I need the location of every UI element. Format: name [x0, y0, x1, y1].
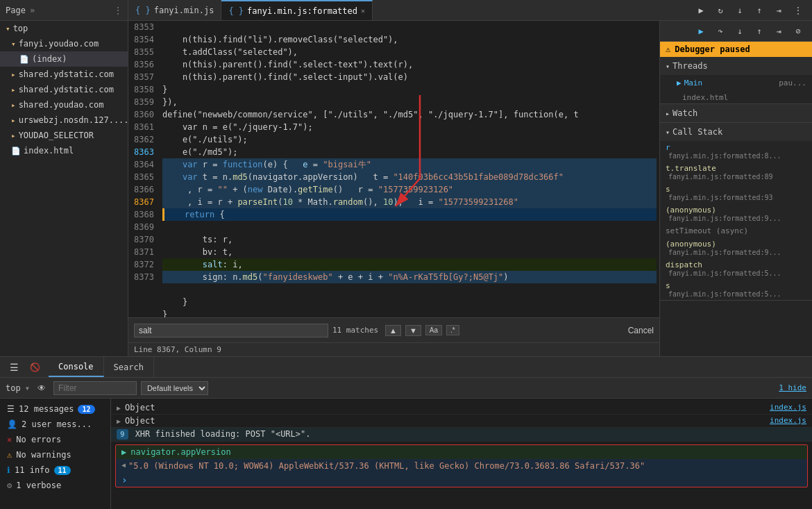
- tree-label-shared1: shared.ydstatic.com: [19, 69, 114, 79]
- menu-icon[interactable]: ⋮: [790, 2, 806, 19]
- resume-button[interactable]: ▶: [693, 23, 709, 40]
- callstack-name-anon1: (anonymous): [666, 206, 716, 215]
- cursor-prompt[interactable]: ›: [116, 473, 807, 487]
- tree-item-shared3[interactable]: ▸ shared.youdao.com: [0, 97, 128, 112]
- search-count: 11 matches: [332, 326, 381, 335]
- forward-icon[interactable]: ⇥: [770, 2, 787, 19]
- tree-item-shared2[interactable]: ▸ shared.ydstatic.com: [0, 82, 128, 97]
- tree-item-shared1[interactable]: ▸ shared.ydstatic.com: [0, 67, 128, 82]
- log-text-xhr: XHR finished loading: POST "<URL>".: [135, 429, 311, 439]
- threads-header[interactable]: ▾ Threads: [660, 57, 812, 75]
- tree-label-shared3: shared.youdao.com: [19, 100, 104, 110]
- log-link-object1[interactable]: index.js: [770, 403, 806, 412]
- play-icon[interactable]: ▶: [693, 2, 709, 19]
- refresh-icon[interactable]: ↻: [712, 2, 729, 19]
- callstack-header[interactable]: ▾ Call Stack: [660, 123, 812, 141]
- filter-errors[interactable]: ✕ No errors: [0, 432, 110, 447]
- log-row-object2[interactable]: ▶ Object index.js: [111, 415, 812, 428]
- step-over-button[interactable]: ↷: [712, 23, 729, 40]
- top-bar: Page » ⋮ { } fanyi.min.js { } fanyi.min.…: [0, 0, 812, 21]
- callstack-name-dispatch: dispatch: [666, 260, 702, 269]
- filter-user-messages[interactable]: 👤 2 user mess...: [0, 417, 110, 432]
- cancel-search-button[interactable]: Cancel: [628, 326, 654, 335]
- more-icon[interactable]: ⋮: [114, 6, 122, 15]
- search-next-button[interactable]: ▼: [405, 325, 421, 336]
- callstack-item-dispatch[interactable]: dispatch fanyi.min.js:formatted:5...: [660, 258, 812, 279]
- context-dropdown-icon[interactable]: ▾: [25, 383, 30, 393]
- callstack-name-r: r: [666, 143, 670, 152]
- bottom-block-icon[interactable]: 🚫: [26, 359, 43, 376]
- regex-button[interactable]: .*: [446, 325, 459, 335]
- deactivate-button[interactable]: ⊘: [790, 23, 806, 40]
- console-sidebar: ☰ 12 messages 12 👤 2 user mess... ✕ No e…: [0, 399, 111, 509]
- match-case-button[interactable]: Aa: [425, 325, 442, 335]
- tab-label: fanyi.min.js:formatted: [247, 6, 357, 16]
- upload-icon[interactable]: ↑: [751, 2, 768, 19]
- folder-icon: ▸: [11, 131, 16, 140]
- tab-search[interactable]: Search: [104, 357, 154, 377]
- callstack-file-s2: fanyi.min.js:formatted:5...: [666, 290, 806, 298]
- no-warnings-label: No warnings: [16, 450, 71, 460]
- expand-icon: ▶: [117, 404, 121, 412]
- nav-input-row[interactable]: ▶ navigator.appVersion: [116, 445, 807, 459]
- log-row-xhr[interactable]: 9 XHR finished loading: POST "<URL>".: [111, 428, 812, 442]
- step-button[interactable]: ⇥: [770, 23, 787, 40]
- tree-label-urs: urswebzj.nosdn.127....: [19, 115, 128, 125]
- folder-icon: ▸: [11, 116, 16, 125]
- filter-all-messages[interactable]: ☰ 12 messages 12: [0, 401, 110, 417]
- bottom-icons: ☰ 🚫: [0, 359, 49, 376]
- download-icon[interactable]: ↓: [731, 2, 748, 19]
- panel-expand-icon[interactable]: »: [30, 6, 35, 15]
- tree-item-youdao[interactable]: ▸ YOUDAO_SELECTOR: [0, 128, 128, 143]
- code-area[interactable]: 83538354835583568357 8358835983608361836…: [128, 21, 659, 317]
- log-row-object1[interactable]: ▶ Object index.js: [111, 401, 812, 415]
- bottom-toggle-icon[interactable]: ☰: [6, 359, 22, 376]
- tree-item-urs[interactable]: ▸ urswebzj.nosdn.127....: [0, 112, 128, 128]
- tab-bar: { } fanyi.min.js { } fanyi.min.js:format…: [128, 0, 687, 20]
- step-out-button[interactable]: ↑: [751, 23, 768, 40]
- debugger-paused-label: Debugger paused: [675, 44, 750, 54]
- tab-console[interactable]: Console: [49, 357, 104, 377]
- bottom-panel: ☰ 🚫 Console Search top ▾ 👁 Default level…: [0, 356, 812, 509]
- tab-close-icon[interactable]: ✕: [361, 7, 365, 15]
- panel-title: Page: [6, 6, 26, 15]
- step-into-button[interactable]: ↓: [731, 23, 748, 40]
- eye-icon[interactable]: 👁: [34, 381, 49, 396]
- code-panel: 83538354835583568357 8358835983608361836…: [128, 21, 659, 356]
- filter-info[interactable]: ℹ 11 info 11: [0, 462, 110, 478]
- callstack-name-s2: s: [666, 281, 670, 290]
- tree-item-fanyi[interactable]: ▾ fanyi.youdao.com: [0, 36, 128, 51]
- thread-main[interactable]: ▶ Main pau...: [660, 75, 812, 92]
- tree-label-top: top: [13, 24, 28, 33]
- callstack-item-s1[interactable]: s fanyi.min.js:formatted:93: [660, 183, 812, 203]
- callstack-name-settimeout: setTimeout (async): [666, 226, 748, 235]
- filter-verbose[interactable]: ⚙ 1 verbose: [0, 478, 110, 493]
- tab-fanyi-formatted[interactable]: { } fanyi.min.js:formatted ✕: [221, 0, 373, 20]
- nav-input-text: navigator.appVersion: [130, 447, 231, 457]
- threads-section: ▾ Threads ▶ Main pau... index.html: [660, 57, 812, 104]
- log-link-object2[interactable]: index.js: [770, 416, 806, 425]
- callstack-item-anon1[interactable]: (anonymous) fanyi.min.js:formatted:9...: [660, 203, 812, 224]
- list-icon: ☰: [7, 404, 15, 414]
- callstack-item-anon2[interactable]: (anonymous) fanyi.min.js:formatted:9...: [660, 237, 812, 258]
- callstack-item-r[interactable]: r fanyi.min.js:formatted:8...: [660, 141, 812, 162]
- search-prev-button[interactable]: ▲: [385, 325, 401, 336]
- level-select[interactable]: Default levels: [141, 381, 208, 395]
- debug-toolbar: ▶ ↷ ↓ ↑ ⇥ ⊘: [660, 21, 812, 42]
- tree-item-index2[interactable]: 📄 index.html: [0, 143, 128, 158]
- callstack-item-settimeout[interactable]: setTimeout (async): [660, 224, 812, 237]
- filter-warnings[interactable]: ⚠ No warnings: [0, 447, 110, 462]
- callstack-item-s2[interactable]: s fanyi.min.js:formatted:5...: [660, 279, 812, 300]
- tab-fanyi-min[interactable]: { } fanyi.min.js: [128, 0, 221, 20]
- info-count-badge: 11: [54, 466, 71, 475]
- folder-icon: ▾: [11, 40, 16, 49]
- console-filter-input[interactable]: [53, 381, 137, 395]
- console-main[interactable]: ▶ Object index.js ▶ Object index.js 9 XH…: [111, 399, 812, 509]
- result-row: ◀ "5.0 (Windows NT 10.0; WOW64) AppleWeb…: [116, 459, 807, 473]
- search-input[interactable]: [134, 324, 328, 337]
- tree-item-index[interactable]: 📄 (index): [0, 51, 128, 67]
- callstack-item-translate[interactable]: t.translate fanyi.min.js:formatted:89: [660, 162, 812, 183]
- watch-header[interactable]: ▸ Watch: [660, 104, 812, 122]
- tree-item-top[interactable]: ▾ top: [0, 21, 128, 36]
- file-icon: 📄: [19, 55, 29, 64]
